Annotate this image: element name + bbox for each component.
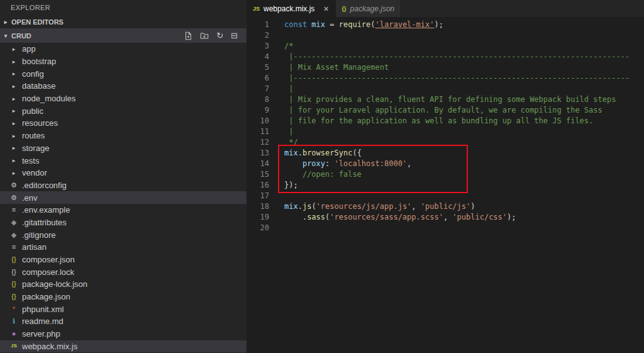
tree-item-label: resources [22, 118, 58, 128]
file-item-package.json[interactable]: {}package.json [0, 291, 247, 303]
tree-item-label: tests [22, 156, 39, 165]
folder-item-tests[interactable]: ▸tests [0, 154, 247, 167]
line-number: 8 [247, 94, 269, 105]
code-line-19: 19 .sass('resources/sass/app.scss', 'pub… [247, 212, 644, 223]
collapse-folders-icon[interactable]: ⊟ [231, 31, 238, 40]
file-item-artisan[interactable]: ≡artisan [0, 241, 247, 254]
file-item-composer.json[interactable]: {}composer.json [0, 254, 247, 266]
explorer-sidebar: EXPLORER ▸ OPEN EDITORS ▾ CRUD ↻ ⊟ ▸app▸… [0, 0, 247, 353]
code-text: | for your Laravel application. By defau… [269, 105, 602, 116]
tree-item-label: webpack.mix.js [22, 342, 77, 351]
folder-item-config[interactable]: ▸config [0, 67, 247, 80]
line-number: 11 [247, 126, 269, 137]
file-item-.env.example[interactable]: ≡.env.example [0, 204, 247, 216]
tree-item-label: .gitignore [22, 230, 55, 240]
chevron-right-icon: ▸ [9, 108, 19, 114]
folder-item-bootstrap[interactable]: ▸bootstrap [0, 55, 247, 68]
tree-item-label: .editorconfig [22, 181, 67, 190]
folder-item-vendor[interactable]: ▸vendor [0, 167, 247, 179]
tree-item-label: .env.example [22, 205, 70, 215]
chevron-right-icon: ▸ [9, 157, 19, 164]
code-line-11: 11 | [247, 126, 644, 137]
git-icon: ◆ [9, 219, 19, 226]
code-text: |---------------------------------------… [269, 52, 630, 62]
tree-item-label: app [22, 44, 36, 53]
code-lines: 1const mix = require('laravel-mix');23/*… [247, 20, 644, 233]
code-text: /* [269, 41, 293, 52]
folder-item-public[interactable]: ▸public [0, 104, 247, 117]
code-line-10: 10 | file for the application as well as… [247, 116, 644, 126]
close-icon[interactable]: × [323, 4, 328, 13]
tree-item-label: node_modules [22, 94, 75, 103]
code-text [269, 191, 284, 201]
info-icon: ℹ [9, 318, 19, 325]
file-item-.env[interactable]: ⚙.env [0, 191, 247, 204]
file-item-.editorconfig[interactable]: ⚙.editorconfig [0, 179, 247, 192]
code-line-1: 1const mix = require('laravel-mix'); [247, 20, 644, 30]
line-number: 19 [247, 212, 269, 223]
file-item-.gitignore[interactable]: ◆.gitignore [0, 228, 247, 241]
code-line-7: 7 | [247, 84, 644, 94]
line-number: 14 [247, 159, 269, 169]
tree-item-label: .env [22, 193, 38, 203]
file-item-composer.lock[interactable]: {}composer.lock [0, 266, 247, 278]
folder-item-node_modules[interactable]: ▸node_modules [0, 92, 247, 105]
explorer-title: EXPLORER [0, 0, 247, 16]
code-line-6: 6 |-------------------------------------… [247, 73, 644, 84]
tree-item-label: database [22, 81, 56, 91]
new-file-icon[interactable] [184, 31, 192, 40]
code-text: mix.browserSync({ [269, 148, 362, 159]
js-icon: JS [9, 344, 19, 349]
file-item-.gitattributes[interactable]: ◆.gitattributes [0, 216, 247, 229]
code-line-13: 13mix.browserSync({ [247, 148, 644, 159]
folder-item-storage[interactable]: ▸storage [0, 142, 247, 155]
file-item-readme.md[interactable]: ℹreadme.md [0, 315, 247, 328]
file-item-server.php[interactable]: ●server.php [0, 328, 247, 340]
tree-item-label: phpunit.xml [22, 305, 64, 314]
tree-item-label: .gitattributes [22, 218, 67, 227]
code-text: | file for the application as well as bu… [269, 116, 593, 126]
code-text: .sass('resources/sass/app.scss', 'public… [269, 212, 516, 223]
refresh-icon[interactable]: ↻ [216, 31, 223, 40]
code-text: | [269, 126, 293, 137]
folder-item-database[interactable]: ▸database [0, 80, 247, 92]
chevron-right-icon: ▸ [9, 170, 19, 176]
line-number: 4 [247, 52, 269, 62]
new-folder-icon[interactable] [200, 31, 209, 40]
code-text [269, 223, 284, 233]
folder-item-app[interactable]: ▸app [0, 43, 247, 55]
code-line-5: 5 | Mix Asset Management [247, 62, 644, 73]
chevron-right-icon: ▸ [9, 96, 19, 102]
explorer-actions: ↻ ⊟ [184, 31, 247, 40]
file-item-webpack.mix.js[interactable]: JSwebpack.mix.js [0, 340, 247, 353]
settings-list-icon: ≡ [9, 206, 19, 213]
line-number: 5 [247, 62, 269, 73]
folder-item-resources[interactable]: ▸resources [0, 117, 247, 130]
file-item-package-lock.json[interactable]: {}package-lock.json [0, 278, 247, 291]
code-line-12: 12 */ [247, 137, 644, 148]
code-text: proxy: 'localhost:8000', [269, 159, 411, 169]
gear-icon: ⚙ [9, 182, 19, 189]
tab-webpack.mix.js[interactable]: JSwebpack.mix.js× [247, 0, 336, 17]
folder-section-header[interactable]: ▾ CRUD ↻ ⊟ [0, 28, 247, 43]
tree-item-label: server.php [22, 329, 60, 339]
tree-item-label: config [22, 69, 44, 79]
phpunit-icon: * [9, 306, 19, 313]
file-item-phpunit.xml[interactable]: *phpunit.xml [0, 303, 247, 315]
code-editor[interactable]: 1const mix = require('laravel-mix');23/*… [247, 17, 644, 353]
open-editors-header[interactable]: ▸ OPEN EDITORS [0, 16, 247, 28]
chevron-right-icon: ▸ [9, 46, 19, 52]
tab-package.json[interactable]: {}package.json [336, 0, 402, 17]
tab-label: webpack.mix.js [264, 4, 314, 13]
chevron-right-icon: ▸ [9, 145, 19, 151]
json-braces-icon: {} [9, 256, 19, 263]
code-text: const mix = require('laravel-mix'); [269, 20, 443, 30]
vscode-window: EXPLORER ▸ OPEN EDITORS ▾ CRUD ↻ ⊟ ▸app▸… [0, 0, 644, 353]
json-braces-icon: {} [9, 281, 19, 288]
line-number: 6 [247, 73, 269, 84]
gear-icon: ⚙ [9, 194, 19, 201]
js-icon: JS [253, 6, 260, 12]
line-number: 20 [247, 223, 269, 233]
code-text [269, 30, 284, 41]
folder-item-routes[interactable]: ▸routes [0, 130, 247, 142]
